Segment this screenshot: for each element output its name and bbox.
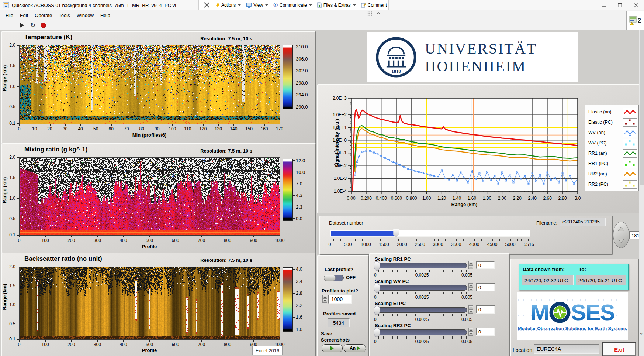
menu-item-operate[interactable]: Operate (31, 11, 55, 20)
menu-item-edit[interactable]: Edit (17, 11, 31, 20)
scaling-slider[interactable] (374, 263, 467, 268)
exit-button[interactable]: Exit (603, 343, 636, 356)
y-tick-label: 2.0 (7, 42, 15, 48)
resolution-label: Resolution: 7.5 m, 10 s (200, 257, 252, 263)
toggle-knob[interactable] (324, 275, 336, 281)
dataset-slider[interactable] (330, 230, 530, 237)
backscatter-heatmap[interactable] (19, 267, 280, 340)
x-tick-mark (71, 236, 72, 237)
scaling-slider-thumb[interactable] (374, 284, 380, 293)
spinner-up-icon[interactable] (618, 227, 624, 231)
menu-item-help[interactable]: Help (97, 11, 114, 20)
scaling-spinner[interactable] (468, 283, 473, 292)
save-screenshot-an-button[interactable]: An (344, 344, 366, 352)
maximize-button[interactable] (612, 0, 628, 10)
scaling-slider[interactable] (374, 285, 467, 291)
legend-item-rr1-an-[interactable]: RR1 (an) (588, 148, 637, 158)
legend-item-elastic-pc-[interactable]: Elastic (PC) (588, 117, 637, 127)
profiles-to-plot-spinner[interactable] (322, 295, 327, 304)
collapse-chevron-icon[interactable] (376, 12, 381, 15)
legend-item-rr2-an-[interactable]: RR2 (an) (588, 169, 637, 179)
files-extras-menu[interactable]: Files & Extras (315, 1, 358, 8)
profiles-saved-label: Profiles saved (323, 311, 356, 316)
abort-button[interactable] (41, 23, 46, 28)
colorbar-tick-label: 1.0 (296, 326, 302, 332)
last-profile-toggle[interactable] (324, 275, 344, 281)
view-menu[interactable]: View (244, 2, 270, 8)
scaling-spinner[interactable] (468, 328, 473, 336)
legend-item-rr1-pc-[interactable]: RR1 (PC) (588, 158, 637, 169)
exit-label: Exit (614, 346, 624, 353)
dock-grid-icon[interactable] (367, 11, 372, 16)
scaling-value-field[interactable]: 0 (476, 305, 495, 314)
x-tick-mark (80, 124, 81, 126)
x-tick-mark (203, 124, 204, 126)
run-continuous-button[interactable]: ↻ (30, 23, 35, 28)
run-button[interactable] (19, 23, 25, 28)
vi-app-icon (3, 2, 9, 8)
y-tick-label: 1.0E-3 (327, 176, 347, 181)
mixing-ratio-heatmap[interactable] (19, 157, 280, 236)
scaling-spinner[interactable] (468, 305, 473, 314)
y-tick-mark (17, 66, 19, 66)
actions-menu[interactable]: Actions (214, 2, 243, 8)
legend-item-elastic-an-[interactable]: Elastic (an) (588, 107, 637, 117)
scaling-spinner[interactable] (468, 261, 473, 270)
colorbar-tick-mark (293, 317, 295, 318)
scrollbar-thumb[interactable] (640, 30, 644, 185)
scaling-value-field[interactable]: 0 (476, 261, 495, 269)
profiles-to-plot-field[interactable]: 1000 (328, 295, 352, 304)
scaling-value-field[interactable]: 0 (476, 328, 495, 336)
y-tick-label: 0.5 (7, 216, 15, 221)
last-profile-state: OFF (346, 275, 356, 280)
scaling-slider-thumb[interactable] (374, 261, 380, 271)
spinner-down-icon[interactable] (618, 239, 624, 243)
temperature-heatmap[interactable] (19, 45, 280, 124)
plot-legend[interactable]: Elastic (an)Elastic (PC)WV (an)WV (PC)RR… (585, 105, 639, 191)
x-tick-label: 600 (172, 238, 179, 243)
communicate-menu[interactable]: ✆ Communicate (271, 2, 314, 8)
x-tick-label: 1.00 (422, 196, 431, 201)
mixing-ratio-colorbar[interactable] (283, 159, 293, 221)
save-screenshot-button[interactable] (322, 344, 343, 352)
dataset-spinner[interactable] (613, 222, 629, 248)
toolbar-close-button[interactable] (201, 2, 212, 8)
y-tick-label: 1.0E-4 (327, 189, 347, 194)
x-tick-label: 40 (78, 126, 83, 131)
minimize-button[interactable] (595, 0, 612, 10)
x-tick-label: 700 (198, 342, 205, 347)
colorbar-tick-label: 306.0 (296, 56, 308, 62)
legend-item-rr2-pc-[interactable]: RR2 (PC) (588, 179, 637, 189)
backscatter-colorbar[interactable] (283, 267, 293, 332)
run-arrow-icon (330, 346, 334, 350)
vertical-scrollbar[interactable]: ⌄ (639, 30, 644, 356)
legend-swatch (623, 108, 637, 116)
x-tick-mark (111, 124, 112, 126)
minimize-icon (602, 3, 606, 7)
scrollbar-chevron-icon[interactable]: ⌄ (639, 330, 643, 336)
y-tick-mark (17, 123, 19, 124)
x-tick-mark (201, 236, 202, 237)
temperature-colorbar[interactable] (283, 45, 293, 109)
scaling-slider-thumb[interactable] (374, 328, 380, 337)
legend-item-wv-pc-[interactable]: WV (PC) (588, 138, 637, 148)
menu-item-file[interactable]: File (2, 11, 17, 20)
x-tick-label: 1.60 (468, 196, 476, 201)
emblem-year: 1818 (391, 69, 401, 74)
scaling-value-field[interactable]: 0 (476, 283, 495, 291)
scaling-slider-thumb[interactable] (374, 306, 380, 315)
menu-item-tools[interactable]: Tools (55, 11, 73, 20)
scaling-slider[interactable] (374, 307, 467, 313)
vi-state-indicator[interactable]: ! 2 (626, 11, 644, 30)
x-tick-mark (280, 124, 280, 126)
x-tick-mark (45, 236, 46, 237)
menu-item-window[interactable]: Window (73, 11, 97, 20)
dataset-slider-thumb[interactable] (393, 229, 399, 237)
scaling-slider[interactable] (374, 329, 467, 335)
legend-item-wv-an-[interactable]: WV (an) (588, 127, 637, 138)
comment-button[interactable]: Comment (359, 2, 389, 8)
location-label: Location: (513, 347, 534, 353)
x-tick-label: 2.40 (528, 196, 537, 201)
close-button[interactable] (628, 0, 644, 10)
location-field[interactable]: EUREC4A (534, 344, 599, 354)
